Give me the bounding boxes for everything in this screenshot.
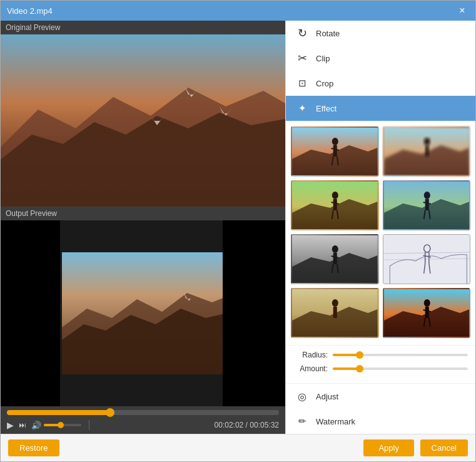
crop-icon: ⊡: [296, 77, 308, 90]
cancel-button[interactable]: Cancel: [420, 439, 468, 456]
apply-button[interactable]: Apply: [363, 439, 414, 456]
video-controls: ▶ ⏭ 🔊 00:02:02 / 00:05:32: [1, 406, 285, 434]
title-bar: Video 2.mp4 ×: [1, 1, 475, 21]
rotate-label: Rotate: [316, 29, 340, 38]
adjust-label: Adjust: [316, 392, 338, 401]
menu-item-adjust[interactable]: ◎ Adjust: [286, 384, 475, 409]
svg-rect-54: [333, 307, 337, 318]
output-preview-label: Output Preview: [1, 207, 285, 220]
watermark-icon: ✏: [296, 415, 308, 428]
effect-icon: ✦: [296, 102, 308, 115]
svg-point-19: [423, 138, 430, 145]
effect-cool[interactable]: [383, 180, 471, 230]
right-panel: ↻ Rotate ✂ Clip ⊡ Crop ✦ Effect: [285, 21, 475, 434]
svg-point-53: [332, 299, 338, 307]
radius-track[interactable]: [333, 354, 468, 356]
action-buttons: Apply Cancel: [363, 439, 468, 456]
volume-slider[interactable]: [44, 424, 81, 426]
bottom-menu: ◎ Adjust ✏ Watermark: [286, 383, 475, 434]
rotate-icon: ↻: [296, 27, 308, 39]
menu-item-watermark[interactable]: ✏ Watermark: [286, 409, 475, 434]
clip-icon: ✂: [296, 52, 308, 64]
original-preview-label: Original Preview: [1, 21, 285, 34]
svg-rect-58: [425, 307, 428, 318]
radius-label: Radius:: [293, 351, 328, 359]
amount-label: Amount:: [293, 364, 328, 373]
volume-icon[interactable]: 🔊: [31, 421, 41, 430]
play-button[interactable]: ▶: [7, 420, 14, 430]
progress-bar[interactable]: [7, 410, 279, 415]
main-window: Video 2.mp4 × Original Preview: [0, 0, 476, 462]
volume-thumb[interactable]: [58, 422, 64, 428]
output-preview: [1, 220, 285, 406]
progress-thumb[interactable]: [106, 408, 114, 417]
output-video-frame: [62, 252, 225, 374]
effect-label: Effect: [316, 104, 337, 113]
volume-container: 🔊: [31, 421, 81, 430]
menu-item-rotate[interactable]: ↻ Rotate: [286, 21, 475, 46]
current-time: 00:02:02: [215, 421, 244, 429]
svg-point-30: [423, 192, 430, 199]
radius-row: Radius:: [293, 351, 468, 359]
total-time: 00:05:32: [250, 421, 279, 429]
svg-point-37: [332, 245, 338, 253]
svg-rect-24: [333, 199, 337, 210]
svg-point-23: [332, 192, 338, 199]
original-preview: [1, 34, 285, 207]
effect-bw[interactable]: [291, 234, 379, 284]
svg-rect-13: [333, 145, 337, 157]
effect-sepia[interactable]: [291, 288, 379, 338]
left-panel: Original Preview: [1, 21, 285, 434]
radius-thumb[interactable]: [356, 351, 363, 359]
close-button[interactable]: ×: [455, 4, 469, 18]
time-divider: [89, 420, 89, 430]
svg-rect-38: [333, 253, 337, 264]
effect-warm[interactable]: [291, 180, 379, 230]
effects-area: [286, 121, 475, 345]
crop-label: Crop: [316, 79, 333, 88]
amount-thumb[interactable]: [356, 365, 363, 372]
menu-item-clip[interactable]: ✂ Clip: [286, 46, 475, 71]
window-title: Video 2.mp4: [7, 6, 53, 16]
svg-point-57: [423, 299, 430, 307]
progress-fill: [7, 410, 110, 415]
amount-track[interactable]: [333, 367, 468, 370]
effect-normal[interactable]: [291, 126, 379, 177]
effect-vivid[interactable]: [383, 288, 471, 338]
restore-button[interactable]: Restore: [8, 439, 59, 456]
menu-item-crop[interactable]: ⊡ Crop: [286, 71, 475, 96]
effect-sketch[interactable]: [383, 234, 471, 284]
sliders-area: Radius: Amount:: [286, 345, 475, 383]
svg-rect-31: [425, 199, 428, 210]
controls-row: ▶ ⏭ 🔊 00:02:02 / 00:05:32: [7, 420, 279, 430]
svg-rect-20: [425, 145, 428, 157]
output-preview-container: Output Preview: [1, 207, 285, 406]
adjust-icon: ◎: [296, 390, 308, 403]
next-frame-button[interactable]: ⏭: [19, 421, 26, 429]
effects-grid: [291, 126, 470, 338]
effect-blur[interactable]: [383, 126, 471, 177]
menu-item-effect[interactable]: ✦ Effect: [286, 96, 475, 121]
menu-list: ↻ Rotate ✂ Clip ⊡ Crop ✦ Effect: [286, 21, 475, 121]
main-content: Original Preview: [1, 21, 475, 434]
clip-label: Clip: [316, 54, 330, 63]
watermark-label: Watermark: [316, 417, 355, 426]
time-display: 00:02:02 / 00:05:32: [215, 421, 279, 429]
bottom-bar: Restore Apply Cancel: [1, 434, 475, 461]
amount-row: Amount:: [293, 364, 468, 373]
svg-point-12: [332, 138, 338, 145]
